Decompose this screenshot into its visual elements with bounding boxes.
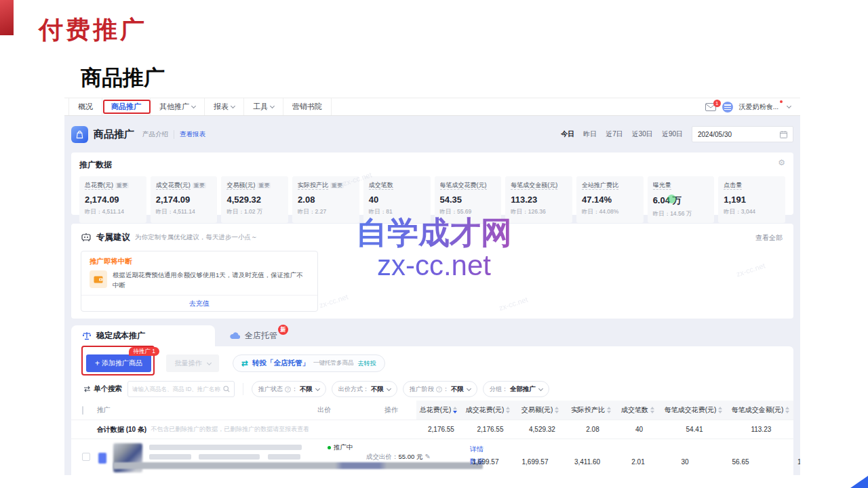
info-icon (436, 386, 442, 392)
nav-tab-academy[interactable]: 营销书院 (283, 98, 332, 115)
blurred-product-name (149, 445, 302, 450)
suggestion-card: 专属建议 为你定制专属优化建议，每天进步一小点～ 查看全部 推广即将中断 根据近… (71, 224, 793, 319)
status-dot-icon (328, 446, 331, 449)
metric-card-roi[interactable]: 实际投产比重要 2.08 昨日：2.27 (292, 176, 359, 223)
date-range-group: 今日 昨日 近7日 近30日 近90日 2024/05/30 (561, 126, 793, 142)
gear-icon[interactable]: ⚙ (778, 158, 785, 167)
account-name[interactable]: 沃爱奶粉食... (739, 102, 778, 112)
search-icon[interactable] (223, 386, 230, 392)
row-checkbox[interactable] (82, 453, 90, 461)
range-90d[interactable]: 近90日 (662, 129, 683, 139)
range-7d[interactable]: 近7日 (606, 129, 623, 139)
filter-group[interactable]: 分组：全部推广 (483, 381, 549, 397)
chevron-down-icon[interactable] (787, 104, 791, 108)
warning-body: 根据近期花费预估通用余额仅够使用1天，请及时充值，保证推广不中断 (113, 270, 309, 290)
col-deal-spend[interactable]: 成交花费(元) (461, 405, 515, 415)
chevron-down-icon (191, 104, 196, 108)
range-today[interactable]: 今日 (561, 129, 574, 139)
col-roi[interactable]: 实际投产比 (566, 405, 617, 415)
summary-label: 合计数据 (10 条) (97, 425, 146, 434)
metric-card-deal-spend[interactable]: 成交花费(元)重要 2,174.09 昨日：4,511.14 (151, 176, 218, 223)
notification-dot (780, 100, 783, 103)
tab-stable-cost[interactable]: 稳定成本推广 (71, 325, 215, 346)
col-op: 操作 (384, 405, 416, 415)
range-30d[interactable]: 近30日 (632, 129, 653, 139)
table-row[interactable]: 推广中 成交出价：55.00 元✎ 详情 数据 1,699.57 1,699.5… (71, 439, 793, 475)
bid-info: 成交出价：55.00 元✎ (366, 453, 431, 462)
metric-card-orders[interactable]: 成交笔数 40 昨日：81 (363, 176, 431, 223)
metric-card-gmv[interactable]: 交易额(元)重要 4,529.32 昨日：1.02 万 (221, 176, 288, 223)
important-badge: 重要 (115, 182, 129, 188)
chevron-down-icon (387, 386, 391, 390)
range-yesterday[interactable]: 昨日 (583, 129, 597, 139)
corner-decoration (850, 476, 868, 488)
avatar[interactable] (722, 102, 733, 113)
col-amount-per-order[interactable]: 每笔成交金额(元) (728, 405, 793, 415)
col-promo: 推广 (97, 405, 317, 415)
edit-icon[interactable]: ✎ (425, 453, 430, 460)
product-intro-link[interactable]: 产品介绍 (142, 130, 174, 139)
app-window: 概况 商品推广 其他推广 报表 工具 营销书院 1 沃爱奶粉食... (64, 98, 800, 475)
suggestion-title: 专属建议 (96, 232, 130, 243)
recharge-link[interactable]: 去充值 (81, 295, 317, 311)
metric-card-amount-per-order[interactable]: 每笔成交金额(元) 113.23 昨日：126.36 (505, 176, 572, 223)
toolbar: 添加推广商品 待推广 1 批量操作 ⇄ 转投「全店托管」 一键托管多商品 去转投 (71, 346, 793, 378)
metric-card-cost-per-order[interactable]: 每笔成交花费(元) 54.35 昨日：55.69 (435, 176, 502, 223)
transfer-icon: ⇄ (241, 359, 248, 368)
date-picker[interactable]: 2024/05/30 (692, 126, 793, 142)
highlight-marker (667, 195, 676, 203)
metric-card-total-spend[interactable]: 总花费(元)重要 2,174.09 昨日：4,511.14 (79, 176, 146, 223)
important-badge: 重要 (257, 182, 271, 188)
filter-promo-stage[interactable]: 推广阶段：不限 (403, 381, 477, 397)
nav-tab-reports[interactable]: 报表 (205, 98, 244, 115)
go-transfer-link[interactable]: 去转投 (358, 359, 376, 368)
mail-icon[interactable]: 1 (705, 103, 716, 111)
sort-icon[interactable] (506, 407, 511, 413)
view-report-link[interactable]: 查看报表 (180, 130, 205, 139)
shopping-bag-icon (71, 126, 88, 143)
blurred-tag (199, 454, 260, 460)
col-gmv[interactable]: 交易额(元) (515, 405, 566, 415)
nav-tab-tools[interactable]: 工具 (244, 98, 283, 115)
important-badge: 重要 (193, 182, 206, 188)
metric-card-impressions[interactable]: 曝光量 6.04 万 昨日：14.56 万 (648, 176, 715, 223)
interrupt-warning-card: 推广即将中断 根据近期花费预估通用余额仅够使用1天，请及时充值，保证推广不中断 … (81, 251, 318, 312)
important-badge: 重要 (330, 182, 344, 188)
col-orders[interactable]: 成交笔数 (617, 405, 659, 415)
metric-card-sitewide-ratio[interactable]: 全站推广费比 47.14% 昨日：44.08% (576, 176, 644, 223)
mail-badge: 1 (713, 100, 721, 107)
nav-tab-other-promo[interactable]: 其他推广 (151, 98, 205, 115)
app-content: 商品推广 产品介绍 查看报表 今日 昨日 近7日 近30日 近90日 2024/… (64, 116, 800, 475)
metric-card-clicks[interactable]: 点击量 1,191 昨日：3,044 (718, 176, 785, 223)
chevron-down-icon (231, 104, 235, 108)
col-bid: 出价 (317, 405, 384, 415)
nav-tab-overview[interactable]: 概况 (68, 98, 102, 115)
view-all-link[interactable]: 查看全部 (755, 233, 783, 243)
promo-data-title: 推广数据 (79, 159, 785, 171)
filter-promo-status[interactable]: 推广状态：不限 (252, 381, 326, 397)
sort-icon[interactable] (555, 407, 559, 413)
sort-icon[interactable] (785, 407, 790, 413)
info-icon (285, 386, 291, 392)
col-cost-per-order[interactable]: 每笔成交花费(元) (659, 405, 728, 415)
batch-actions-button[interactable]: 批量操作 (166, 354, 219, 372)
add-promo-button[interactable]: 添加推广商品 (86, 354, 151, 372)
page: 付费推广 商品推广 概况 商品推广 其他推广 报表 工具 营销书院 1 沃爱奶粉… (0, 0, 868, 488)
col-total-spend[interactable]: 总花费(元) (416, 405, 461, 415)
sort-icon[interactable] (607, 407, 612, 413)
slide-title: 付费推广 (39, 14, 147, 47)
filter-bid-type[interactable]: 出价方式：不限 (332, 381, 397, 397)
sort-icon[interactable] (453, 407, 458, 413)
sort-icon[interactable] (718, 407, 723, 413)
nav-tab-product-promo[interactable]: 商品推广 (102, 98, 151, 115)
tab-full-store[interactable]: 全店托管 新 (215, 325, 292, 346)
suggestion-subtitle: 为你定制专属优化建议，每天进步一小点～ (135, 233, 258, 242)
detail-link[interactable]: 详情 (470, 445, 484, 454)
summary-roi: 2.08 (567, 426, 618, 433)
select-all-checkbox[interactable] (82, 406, 83, 415)
blurred-tag (149, 454, 191, 460)
plus-icon (95, 359, 100, 368)
sort-icon[interactable] (650, 407, 655, 413)
single-search-label: 单个搜索 (83, 384, 122, 394)
search-input[interactable] (132, 386, 223, 392)
